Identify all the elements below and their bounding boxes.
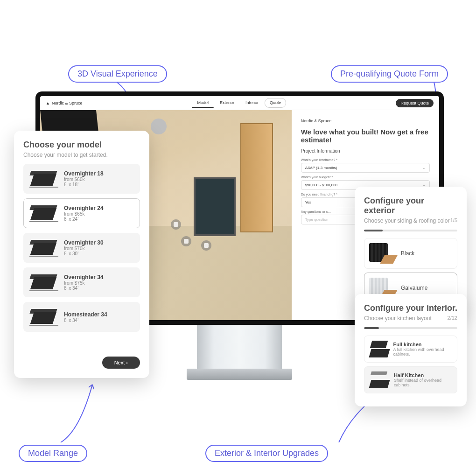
tab-exterior[interactable]: Exterior	[215, 98, 239, 108]
model-dim: 8' x 34'	[64, 318, 107, 323]
door	[240, 123, 273, 232]
model-dim: 8' x 30'	[64, 251, 104, 256]
lamp-icon	[151, 119, 167, 134]
model-thumb-icon	[29, 169, 58, 189]
nav-tabs: Model Exterior Interior Quote	[192, 98, 286, 108]
model-name: Overnighter 30	[64, 239, 104, 246]
model-thumb-icon	[29, 273, 58, 292]
model-thumb-icon	[29, 203, 58, 223]
request-quote-button[interactable]: Request Quote	[396, 99, 434, 107]
monitor-base	[187, 369, 292, 380]
panel-title: Configure your interior.	[364, 303, 457, 313]
hotspot-icon[interactable]	[171, 219, 181, 230]
model-dim: 8' x 18'	[64, 182, 104, 187]
model-thumb-icon	[29, 307, 58, 327]
kitchen-icon	[369, 341, 387, 357]
model-thumb-icon	[29, 238, 58, 258]
brand-text: Nordic & Spruce	[301, 119, 430, 123]
next-button[interactable]: Next ›	[102, 357, 140, 369]
model-dim: 8' x 24'	[64, 217, 104, 222]
model-price: from $60k	[64, 177, 104, 182]
tab-interior[interactable]: Interior	[240, 98, 264, 108]
model-name: Overnighter 24	[64, 205, 104, 211]
hotspot-icon[interactable]	[201, 240, 211, 251]
monitor-stand	[197, 325, 282, 371]
swatch-black[interactable]: Black	[364, 238, 457, 269]
panel-title: Configure your exterior	[364, 196, 457, 216]
model-price: from $75k	[64, 280, 104, 286]
model-price: from $65k	[64, 211, 104, 217]
panel-title: Choose your model	[23, 140, 140, 150]
section-heading: Project Information	[301, 148, 430, 154]
budget-label: What's your budget? *	[301, 175, 430, 179]
window	[194, 177, 236, 236]
logo-icon: ▲	[46, 101, 50, 105]
panel-interior: Configure your interior. Choose your kit…	[355, 294, 467, 406]
model-card[interactable]: Overnighter 30from $70k8' x 30'	[23, 233, 140, 263]
callout-3d: 3D Visual Experience	[68, 65, 167, 83]
select-value: Yes	[305, 200, 311, 204]
panel-sub: Choose your model to get started.	[23, 152, 140, 158]
brand-text: Nordic & Spruce	[52, 101, 83, 105]
progress-bar	[364, 230, 457, 231]
arrow-icon	[56, 380, 103, 445]
swatch-label: Galvalume	[401, 285, 427, 291]
model-card[interactable]: Overnighter 18from $60k8' x 18'	[23, 164, 140, 194]
callout-model-range: Model Range	[19, 445, 87, 462]
quote-headline: We love what you built! Now get a free e…	[301, 128, 430, 144]
brand: ▲ Nordic & Spruce	[46, 101, 82, 105]
tab-model[interactable]: Model	[192, 98, 214, 108]
select-value: ASAP (1-3 months)	[305, 166, 337, 170]
model-name: Overnighter 34	[64, 274, 104, 280]
panel-sub: Choose your kitchen layout2/12	[364, 315, 457, 322]
model-name: Overnighter 18	[64, 170, 104, 177]
step-fraction: 1/5	[450, 217, 457, 223]
option-name: Full kitchen	[393, 342, 452, 347]
model-card[interactable]: Overnighter 24from $65k8' x 24'	[23, 198, 140, 228]
hotspot-icon[interactable]	[181, 236, 191, 246]
kitchen-half[interactable]: Half KitchenShelf instead of overhead ca…	[364, 366, 457, 393]
swatch-label: Black	[401, 250, 414, 257]
callout-quote: Pre-qualifying Quote Form	[331, 65, 448, 83]
option-desc: A full kitchen with overhead cabinets.	[393, 347, 452, 357]
kitchen-full[interactable]: Full kitchenA full kitchen with overhead…	[364, 336, 457, 363]
swatch-icon	[369, 243, 395, 264]
step-fraction: 2/12	[448, 315, 457, 321]
panel-model: Choose your model Choose your model to g…	[14, 131, 149, 378]
model-card[interactable]: Overnighter 34from $75k8' x 34'	[23, 267, 140, 297]
panel-sub: Choose your siding & roofing color1/5	[364, 217, 457, 224]
app-header: ▲ Nordic & Spruce Model Exterior Interio…	[40, 96, 439, 110]
model-card[interactable]: Homesteader 348' x 34'	[23, 302, 140, 332]
tab-quote[interactable]: Quote	[265, 98, 287, 108]
timeframe-select[interactable]: ASAP (1-3 months)⌄	[301, 163, 430, 173]
timeframe-label: What's your timeframe? *	[301, 158, 430, 161]
option-desc: Shelf instead of overhead cabinets.	[394, 378, 452, 387]
model-dim: 8' x 34'	[64, 286, 104, 291]
model-list: Overnighter 18from $60k8' x 18' Overnigh…	[23, 164, 140, 351]
select-value: $50,000 - $100,000	[305, 183, 337, 187]
chevron-down-icon: ⌄	[422, 166, 426, 170]
model-name: Homesteader 34	[64, 311, 107, 318]
progress-bar	[364, 327, 457, 329]
option-name: Half Kitchen	[394, 372, 452, 378]
kitchen-icon	[369, 371, 388, 388]
model-price: from $70k	[64, 246, 104, 251]
callout-upgrades: Exterior & Interior Upgrades	[205, 445, 328, 462]
